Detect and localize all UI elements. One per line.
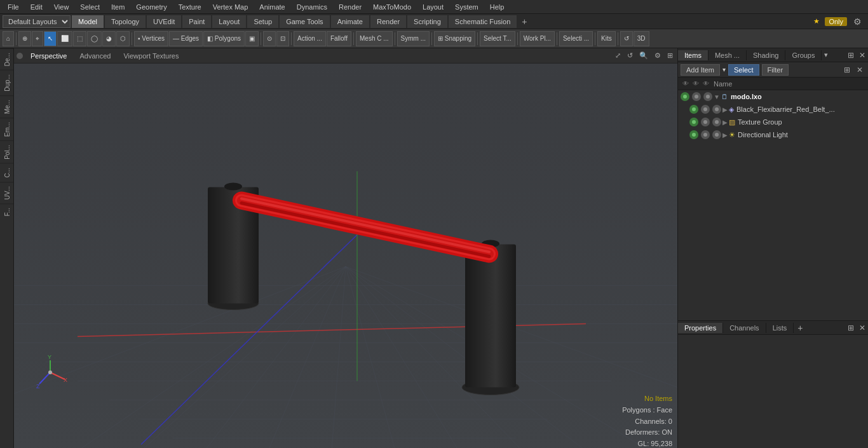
tab-lists[interactable]: Lists [766, 323, 794, 333]
vp-btn-settings[interactable]: ⚙ [653, 51, 663, 60]
menu-item[interactable]: Item [106, 2, 130, 12]
add-item-dropdown[interactable]: ▾ [722, 66, 726, 73]
expand-texture[interactable]: ▶ [722, 119, 728, 126]
eye2-barrier[interactable] [701, 105, 710, 114]
tab-layout[interactable]: Layout [212, 15, 246, 28]
tool-snapping[interactable]: ⊞ Snapping [434, 31, 475, 46]
viewport-textures-tab[interactable]: Viewport Textures [118, 51, 184, 61]
eye-root[interactable] [681, 92, 689, 101]
eye2-root[interactable] [692, 92, 701, 101]
menu-file[interactable]: File [3, 2, 24, 12]
menu-vertex-map[interactable]: Vertex Map [208, 2, 254, 12]
tool-home[interactable]: ⌂ [3, 31, 14, 46]
expand-light[interactable]: ▶ [722, 132, 728, 139]
item-barrier[interactable]: ▶ ◈ Black_Flexibarrier_Red_Belt_... [678, 103, 868, 116]
tool-selecti[interactable]: Selecti ... [559, 31, 593, 46]
eye3-barrier[interactable] [712, 105, 721, 114]
tool-falloff[interactable]: Falloff [327, 31, 351, 46]
expand-root[interactable]: ▼ [714, 93, 720, 100]
prop-expand-btn[interactable]: ⊞ [845, 323, 857, 333]
tab-mesh[interactable]: Mesh ... [709, 50, 747, 60]
vp-btn-fit[interactable]: ⤢ [613, 51, 623, 60]
left-tab-f[interactable]: F... [0, 203, 13, 220]
tool-wire[interactable]: ⊙ [263, 31, 276, 46]
tab-paint[interactable]: Paint [182, 15, 211, 28]
menu-animate[interactable]: Animate [254, 2, 290, 12]
tab-properties[interactable]: Properties [678, 323, 723, 333]
panel-expand-btn[interactable]: ⊞ [845, 50, 857, 60]
tool-work-pl[interactable]: Work Pl... [520, 31, 555, 46]
eye-light[interactable] [689, 130, 698, 139]
menu-maxtomodo[interactable]: MaxToModo [368, 2, 416, 12]
tool-select-arrow[interactable]: ↖ [44, 31, 57, 46]
eye2-texture[interactable] [701, 118, 710, 126]
menu-help[interactable]: Help [485, 2, 510, 12]
tool-mode4[interactable]: ▣ [245, 31, 259, 46]
panel-close-btn[interactable]: ✕ [857, 50, 868, 60]
item-directional-light[interactable]: ▶ ☀ Directional Light [678, 128, 868, 141]
left-tab-em[interactable]: Em... [0, 118, 13, 140]
menu-dynamics[interactable]: Dynamics [292, 2, 332, 12]
menu-view[interactable]: View [49, 2, 74, 12]
layout-dropdown[interactable]: Default Layouts [3, 15, 71, 28]
tool-target[interactable]: ⌖ [32, 31, 43, 46]
menu-select[interactable]: Select [75, 2, 105, 12]
left-tab-uv[interactable]: UV... [0, 182, 13, 203]
tab-schematic-fusion[interactable]: Schematic Fusion [449, 15, 517, 28]
tool-box2[interactable]: ⬚ [73, 31, 86, 46]
eye3-light[interactable] [712, 130, 721, 139]
add-tab-button[interactable]: + [518, 15, 531, 28]
perspective-tab[interactable]: Perspective [25, 51, 72, 61]
menu-system[interactable]: System [450, 2, 484, 12]
tab-topology[interactable]: Topology [105, 15, 146, 28]
tab-model[interactable]: Model [72, 15, 104, 28]
tool-edges[interactable]: — Edges [169, 31, 203, 46]
settings-icon[interactable]: ⚙ [850, 15, 865, 28]
item-root[interactable]: ▼ 🗒 modo.lxo [678, 90, 868, 103]
menu-render[interactable]: Render [334, 2, 367, 12]
tab-uvedit[interactable]: UVEdit [147, 15, 181, 28]
select-button[interactable]: Select [728, 64, 759, 76]
tool-world[interactable]: ⊕ [18, 31, 31, 46]
tool-solid[interactable]: ⊡ [276, 31, 289, 46]
menu-geometry[interactable]: Geometry [131, 2, 172, 12]
tool-lasso[interactable]: ◕ [102, 31, 116, 46]
panel-more-btn[interactable]: ▾ [822, 50, 831, 60]
tool-box[interactable]: ⬜ [57, 31, 72, 46]
tab-scripting[interactable]: Scripting [407, 15, 447, 28]
items-list-close-btn[interactable]: ✕ [854, 65, 865, 75]
eye3-texture[interactable] [712, 118, 721, 126]
tool-3d[interactable]: 3D [634, 31, 649, 46]
tab-animate[interactable]: Animate [331, 15, 369, 28]
tool-mesh-c[interactable]: Mesh C ... [356, 31, 393, 46]
vp-btn-reset[interactable]: ↺ [625, 51, 635, 60]
tab-items[interactable]: Items [678, 50, 709, 60]
menu-edit[interactable]: Edit [25, 2, 48, 12]
left-tab-pol[interactable]: Pol... [0, 140, 13, 163]
tool-symm[interactable]: Symm ... [397, 31, 430, 46]
vp-btn-expand[interactable]: ⊞ [665, 51, 675, 60]
tab-shading[interactable]: Shading [747, 50, 785, 60]
tool-kits[interactable]: Kits [597, 31, 616, 46]
left-tab-c[interactable]: C... [0, 163, 13, 182]
left-tab-dup[interactable]: Dup... [0, 70, 13, 95]
tool-vertices[interactable]: ▪ Vertices [134, 31, 168, 46]
left-tab-de[interactable]: De... [0, 48, 13, 70]
eye3-root[interactable] [703, 92, 712, 101]
menu-texture[interactable]: Texture [173, 2, 207, 12]
tool-select-t[interactable]: Select T... [480, 31, 515, 46]
tool-action[interactable]: Action ... [294, 31, 326, 46]
item-texture-group[interactable]: ▶ ▨ Texture Group [678, 116, 868, 128]
advanced-tab[interactable]: Advanced [74, 51, 116, 61]
eye2-light[interactable] [701, 130, 710, 139]
prop-close-btn[interactable]: ✕ [857, 323, 868, 333]
expand-barrier[interactable]: ▶ [722, 106, 728, 113]
left-tab-me[interactable]: Me... [0, 95, 13, 118]
eye-barrier[interactable] [689, 105, 698, 114]
menu-layout[interactable]: Layout [417, 2, 449, 12]
tab-render[interactable]: Render [370, 15, 406, 28]
tool-polygons[interactable]: ◧ Polygons [203, 31, 245, 46]
tab-setup[interactable]: Setup [247, 15, 278, 28]
tab-channels[interactable]: Channels [723, 323, 766, 333]
filter-button[interactable]: Filter [762, 64, 789, 76]
